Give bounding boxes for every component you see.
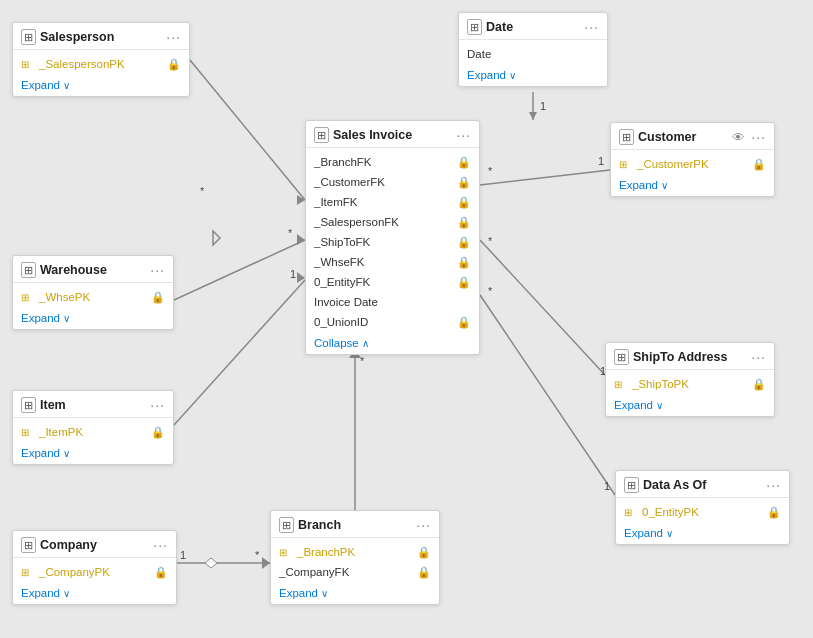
branch-field-companyfk: _CompanyFK 🔒 bbox=[271, 562, 439, 582]
si-field-branchfk: _BranchFK 🔒 bbox=[306, 152, 479, 172]
date-table-icon: ⊞ bbox=[467, 19, 482, 35]
svg-text:*: * bbox=[200, 185, 205, 197]
warehouse-field-pk: ⊞ _WhsePK 🔒 bbox=[13, 287, 173, 307]
shipto-body: ⊞ _ShipToPK 🔒 bbox=[606, 370, 774, 396]
svg-marker-5 bbox=[297, 195, 305, 205]
company-lock-icon: 🔒 bbox=[154, 566, 168, 579]
dataasof-menu[interactable]: ··· bbox=[766, 478, 781, 492]
si-branchfk-lock: 🔒 bbox=[457, 156, 471, 169]
dataasof-field-pk: ⊞ 0_EntityPK 🔒 bbox=[616, 502, 789, 522]
shipto-header: ⊞ ShipTo Address ··· bbox=[606, 343, 774, 370]
date-expand[interactable]: Expand ∨ bbox=[459, 66, 607, 86]
branch-expand[interactable]: Expand ∨ bbox=[271, 584, 439, 604]
si-customerfk-lock: 🔒 bbox=[457, 176, 471, 189]
warehouse-menu[interactable]: ··· bbox=[150, 263, 165, 277]
item-expand[interactable]: Expand ∨ bbox=[13, 444, 173, 464]
customer-eye-icon[interactable]: 👁 bbox=[732, 130, 745, 145]
si-customerfk-name: _CustomerFK bbox=[314, 176, 453, 188]
sales-invoice-body: _BranchFK 🔒 _CustomerFK 🔒 _ItemFK 🔒 _Sal… bbox=[306, 148, 479, 334]
card-warehouse: ⊞ Warehouse ··· ⊞ _WhsePK 🔒 Expand ∨ bbox=[12, 255, 174, 330]
si-invoicedate-name: Invoice Date bbox=[314, 296, 471, 308]
si-itemfk-lock: 🔒 bbox=[457, 196, 471, 209]
svg-text:1: 1 bbox=[598, 155, 604, 167]
warehouse-expand-chevron: ∨ bbox=[63, 313, 70, 324]
dataasof-body: ⊞ 0_EntityPK 🔒 bbox=[616, 498, 789, 524]
card-data-as-of: ⊞ Data As Of ··· ⊞ 0_EntityPK 🔒 Expand ∨ bbox=[615, 470, 790, 545]
branch-companyfk-lock: 🔒 bbox=[417, 566, 431, 579]
svg-text:*: * bbox=[488, 165, 493, 177]
branch-header: ⊞ Branch ··· bbox=[271, 511, 439, 538]
svg-marker-11 bbox=[297, 234, 305, 245]
sales-invoice-collapse[interactable]: Collapse ∧ bbox=[306, 334, 479, 354]
company-field-pk: ⊞ _CompanyPK 🔒 bbox=[13, 562, 176, 582]
si-unionid-name: 0_UnionID bbox=[314, 316, 453, 328]
customer-expand[interactable]: Expand ∨ bbox=[611, 176, 774, 196]
date-field-date: Date bbox=[459, 44, 607, 64]
svg-line-18 bbox=[480, 295, 615, 495]
salesperson-lock-icon: 🔒 bbox=[167, 58, 181, 71]
svg-text:1: 1 bbox=[604, 480, 610, 492]
company-expand-chevron: ∨ bbox=[63, 588, 70, 599]
svg-text:1: 1 bbox=[180, 549, 186, 561]
item-lock-icon: 🔒 bbox=[151, 426, 165, 439]
salesperson-menu[interactable]: ··· bbox=[166, 30, 181, 44]
branch-menu[interactable]: ··· bbox=[416, 518, 431, 532]
branch-expand-chevron: ∨ bbox=[321, 588, 328, 599]
item-menu[interactable]: ··· bbox=[150, 398, 165, 412]
company-table-icon: ⊞ bbox=[21, 537, 36, 553]
date-expand-label[interactable]: Expand bbox=[467, 69, 506, 81]
si-field-shiptofk: _ShipToFK 🔒 bbox=[306, 232, 479, 252]
sales-invoice-menu[interactable]: ··· bbox=[456, 128, 471, 142]
customer-expand-label[interactable]: Expand bbox=[619, 179, 658, 191]
salesperson-table-icon: ⊞ bbox=[21, 29, 36, 45]
shipto-lock-icon: 🔒 bbox=[752, 378, 766, 391]
si-field-customerfk: _CustomerFK 🔒 bbox=[306, 172, 479, 192]
warehouse-expand-label[interactable]: Expand bbox=[21, 312, 60, 324]
svg-marker-14 bbox=[297, 272, 305, 283]
date-menu[interactable]: ··· bbox=[584, 20, 599, 34]
si-salespersonfk-lock: 🔒 bbox=[457, 216, 471, 229]
dataasof-expand[interactable]: Expand ∨ bbox=[616, 524, 789, 544]
sales-invoice-header: ⊞ Sales Invoice ··· bbox=[306, 121, 479, 148]
svg-text:*: * bbox=[488, 285, 493, 297]
customer-lock-icon: 🔒 bbox=[752, 158, 766, 171]
svg-text:*: * bbox=[255, 549, 260, 561]
item-key-icon: ⊞ bbox=[21, 427, 35, 438]
svg-text:*: * bbox=[360, 355, 365, 367]
item-field-pk: ⊞ _ItemPK 🔒 bbox=[13, 422, 173, 442]
date-expand-chevron: ∨ bbox=[509, 70, 516, 81]
branch-pk-lock: 🔒 bbox=[417, 546, 431, 559]
shipto-title: ShipTo Address bbox=[633, 350, 747, 364]
item-expand-label[interactable]: Expand bbox=[21, 447, 60, 459]
si-salespersonfk-name: _SalespersonFK bbox=[314, 216, 453, 228]
warehouse-table-icon: ⊞ bbox=[21, 262, 36, 278]
salesperson-expand-label[interactable]: Expand bbox=[21, 79, 60, 91]
customer-menu[interactable]: ··· bbox=[751, 130, 766, 144]
item-expand-chevron: ∨ bbox=[63, 448, 70, 459]
branch-pk-name: _BranchPK bbox=[297, 546, 413, 558]
company-pk-name: _CompanyPK bbox=[39, 566, 150, 578]
sales-invoice-collapse-label[interactable]: Collapse bbox=[314, 337, 359, 349]
item-body: ⊞ _ItemPK 🔒 bbox=[13, 418, 173, 444]
card-date: ⊞ Date ··· Date Expand ∨ bbox=[458, 12, 608, 87]
warehouse-header: ⊞ Warehouse ··· bbox=[13, 256, 173, 283]
svg-line-12 bbox=[174, 280, 305, 425]
company-expand[interactable]: Expand ∨ bbox=[13, 584, 176, 604]
date-header: ⊞ Date ··· bbox=[459, 13, 607, 40]
company-expand-label[interactable]: Expand bbox=[21, 587, 60, 599]
company-menu[interactable]: ··· bbox=[153, 538, 168, 552]
shipto-menu[interactable]: ··· bbox=[751, 350, 766, 364]
dataasof-pk-name: 0_EntityPK bbox=[642, 506, 763, 518]
warehouse-body: ⊞ _WhsePK 🔒 bbox=[13, 283, 173, 309]
customer-pk-name: _CustomerPK bbox=[637, 158, 748, 170]
salesperson-expand[interactable]: Expand ∨ bbox=[13, 76, 189, 96]
card-customer: ⊞ Customer 👁 ··· ⊞ _CustomerPK 🔒 Expand … bbox=[610, 122, 775, 197]
shipto-expand[interactable]: Expand ∨ bbox=[606, 396, 774, 416]
branch-expand-label[interactable]: Expand bbox=[279, 587, 318, 599]
customer-table-icon: ⊞ bbox=[619, 129, 634, 145]
warehouse-pk-name: _WhsePK bbox=[39, 291, 147, 303]
warehouse-expand[interactable]: Expand ∨ bbox=[13, 309, 173, 329]
dataasof-expand-label[interactable]: Expand bbox=[624, 527, 663, 539]
warehouse-lock-icon: 🔒 bbox=[151, 291, 165, 304]
shipto-expand-label[interactable]: Expand bbox=[614, 399, 653, 411]
